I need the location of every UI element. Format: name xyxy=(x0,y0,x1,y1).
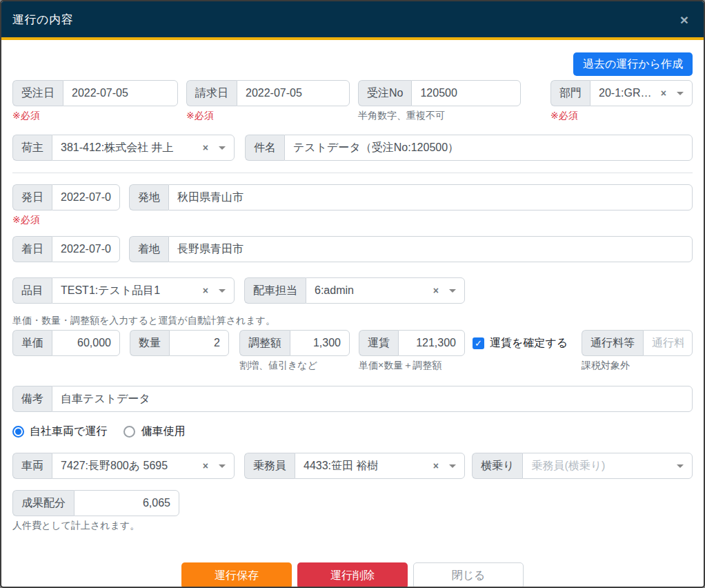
close-button[interactable]: 閉じる xyxy=(413,562,524,588)
vehicle-type-radio-group: 自社車両で運行 傭車使用 xyxy=(12,424,693,439)
operation-dialog: 運行の内容 × 過去の運行から作成 受注日 ※必須 請求日 ※必須 xyxy=(0,0,705,588)
save-button[interactable]: 運行保存 xyxy=(181,562,292,588)
clear-icon[interactable]: × xyxy=(203,460,208,471)
clear-icon[interactable]: × xyxy=(433,460,439,471)
remarks-label: 備考 xyxy=(12,386,52,412)
item-label: 品目 xyxy=(12,277,52,304)
order-date-label: 受注日 xyxy=(12,80,63,106)
order-date-required-hint: ※必須 xyxy=(12,110,178,122)
clear-icon[interactable]: × xyxy=(661,88,666,99)
quantity-input[interactable] xyxy=(169,330,229,356)
shipper-select[interactable]: 荷主 381-412:株式会社 井上 × xyxy=(12,135,235,161)
close-icon[interactable]: × xyxy=(676,11,693,28)
billing-date-label: 請求日 xyxy=(186,80,237,106)
item-value: TEST1:テスト品目1 xyxy=(61,284,197,298)
shipper-value: 381-412:株式会社 井上 xyxy=(61,141,197,155)
arrival-place-input[interactable] xyxy=(168,236,693,262)
create-from-past-button[interactable]: 過去の運行から作成 xyxy=(573,52,693,76)
arrival-date-label: 着日 xyxy=(12,236,52,262)
order-no-input[interactable] xyxy=(411,80,521,106)
profit-share-hint: 人件費として計上されます。 xyxy=(12,520,179,532)
driver-select[interactable]: 乗務員 4433:笹田 裕樹 × xyxy=(244,453,465,479)
profit-share-label: 成果配分 xyxy=(12,490,74,516)
quantity-label: 数量 xyxy=(130,330,169,356)
vehicle-label: 車両 xyxy=(12,453,52,479)
order-no-label: 受注No xyxy=(358,80,411,106)
chevron-down-icon xyxy=(449,464,456,468)
department-required-hint: ※必須 xyxy=(550,110,693,122)
arrival-place-label: 着地 xyxy=(129,236,168,262)
side-rider-placeholder: 乗務員(横乗り) xyxy=(531,459,677,473)
toll-input[interactable] xyxy=(643,330,693,356)
driver-label: 乗務員 xyxy=(244,453,295,479)
arrival-date-input[interactable] xyxy=(52,236,120,262)
fare-hint: 単価×数量＋調整額 xyxy=(359,360,465,372)
department-select[interactable]: 部門 20-1:GR本社 × xyxy=(550,80,693,106)
side-rider-select[interactable]: 横乗り 乗務員(横乗り) xyxy=(472,453,693,479)
dialog-header: 運行の内容 × xyxy=(1,1,704,40)
order-no-hint: 半角数字、重複不可 xyxy=(358,110,521,122)
billing-date-input[interactable] xyxy=(237,80,350,106)
departure-place-input[interactable] xyxy=(168,184,693,210)
unit-price-input[interactable] xyxy=(52,330,120,356)
chevron-down-icon xyxy=(219,289,226,293)
chevron-down-icon xyxy=(449,289,456,293)
adjustment-hint: 割増、値引きなど xyxy=(239,360,350,372)
clear-icon[interactable]: × xyxy=(433,285,439,296)
toll-hint: 課税対象外 xyxy=(582,360,693,372)
side-rider-label: 横乗り xyxy=(472,453,522,479)
adjustment-input[interactable] xyxy=(290,330,350,356)
dispatcher-select[interactable]: 配車担当 6:admin × xyxy=(244,277,465,304)
clear-icon[interactable]: × xyxy=(203,285,208,296)
dispatcher-value: 6:admin xyxy=(315,284,428,297)
subject-input[interactable] xyxy=(284,135,693,161)
chevron-down-icon xyxy=(219,464,226,468)
chartered-radio[interactable] xyxy=(123,426,135,438)
vehicle-select[interactable]: 車両 7427:長野800あ 5695 × xyxy=(12,453,235,479)
department-label: 部門 xyxy=(550,80,590,106)
dispatcher-label: 配車担当 xyxy=(244,277,306,304)
fare-input[interactable] xyxy=(398,330,465,356)
remarks-input[interactable] xyxy=(52,386,693,412)
unit-price-label: 単価 xyxy=(12,330,52,356)
fare-confirm-label[interactable]: 運賃を確定する xyxy=(490,336,568,351)
fare-confirm-checkbox[interactable]: ✓ xyxy=(473,337,484,349)
subject-label: 件名 xyxy=(245,135,284,161)
auto-calc-note: 単価・数量・調整額を入力すると運賃が自動計算されます。 xyxy=(12,315,693,327)
profit-share-input[interactable] xyxy=(74,490,179,516)
billing-date-required-hint: ※必須 xyxy=(186,110,350,122)
vehicle-value: 7427:長野800あ 5695 xyxy=(61,459,197,473)
own-vehicle-radio[interactable] xyxy=(12,426,24,438)
departure-date-label: 発日 xyxy=(12,184,52,210)
chevron-down-icon xyxy=(677,92,684,95)
shipper-label: 荷主 xyxy=(12,135,52,161)
chartered-radio-label[interactable]: 傭車使用 xyxy=(141,424,185,439)
item-select[interactable]: 品目 TEST1:テスト品目1 × xyxy=(12,277,235,304)
delete-button[interactable]: 運行削除 xyxy=(297,562,408,588)
chevron-down-icon xyxy=(219,146,226,150)
own-vehicle-radio-label[interactable]: 自社車両で運行 xyxy=(30,424,107,439)
order-date-input[interactable] xyxy=(63,80,178,106)
chevron-down-icon xyxy=(677,464,684,468)
department-value: 20-1:GR本社 xyxy=(599,86,655,101)
dialog-body: 過去の運行から作成 受注日 ※必須 請求日 ※必須 受注No xyxy=(1,40,704,588)
fare-label: 運賃 xyxy=(359,330,398,356)
adjustment-label: 調整額 xyxy=(239,330,290,356)
driver-value: 4433:笹田 裕樹 xyxy=(304,459,428,473)
departure-date-required-hint: ※必須 xyxy=(12,214,120,226)
clear-icon[interactable]: × xyxy=(203,142,208,153)
departure-place-label: 発地 xyxy=(129,184,168,210)
toll-label: 通行料等 xyxy=(582,330,643,356)
departure-date-input[interactable] xyxy=(52,184,120,210)
section-divider xyxy=(12,173,693,173)
dialog-title: 運行の内容 xyxy=(12,12,73,28)
